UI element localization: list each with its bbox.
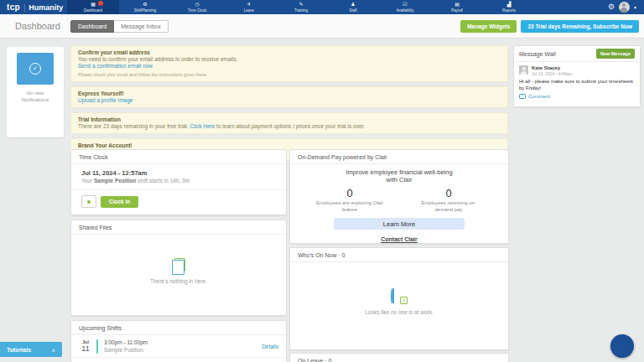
clock-status-toggle[interactable]	[81, 195, 96, 208]
upload-profile-image-link[interactable]: Upload a profile Image	[78, 97, 501, 104]
chevron-up-icon: ∧	[52, 347, 55, 353]
upcoming-shifts-title: Upcoming Shifts	[71, 321, 286, 335]
new-message-button[interactable]: New Message	[596, 49, 635, 59]
nav-item-shiftplanning[interactable]: ⚙ ShiftPlanning	[119, 0, 171, 14]
comment-bubble-icon	[519, 94, 526, 99]
message-wall-widget: Message Wall New Message Kate Stacey Jul…	[513, 45, 641, 107]
poster-avatar[interactable]	[519, 65, 528, 75]
payroll-icon: ▤	[454, 2, 460, 8]
upcoming-shifts-widget: Upcoming Shifts Jul 11 3:00pm - 11:00pm …	[70, 320, 287, 362]
nav-item-staff[interactable]: ♟ Staff	[327, 0, 379, 14]
user-menu-caret-icon[interactable]: ▾	[634, 4, 636, 10]
logo-divider: |	[23, 3, 25, 12]
user-avatar[interactable]	[619, 2, 630, 13]
notifications-empty-text: No new Notifications	[16, 90, 55, 103]
no-one-badge-icon: ✕	[400, 297, 408, 304]
help-chat-fab[interactable]	[610, 334, 634, 358]
time-clock-widget: Time Clock Jul 11, 2024 - 12:57am Your S…	[70, 149, 287, 215]
notifications-card: ✓ No new Notifications	[7, 47, 64, 137]
timeclock-icon: ◷	[195, 2, 199, 8]
tutorials-panel-toggle[interactable]: Tutorials ∧	[0, 342, 62, 357]
shared-files-empty-text: There's nothing in here.	[150, 278, 207, 284]
shiftplanning-icon: ⚙	[143, 2, 147, 8]
availability-icon: ☑	[402, 2, 407, 8]
notice-express-yourself: Express Yourself! Upload a profile Image	[70, 86, 508, 108]
notice-confirm-email: Confirm your email address You need to c…	[70, 45, 508, 82]
training-icon: ✎	[299, 2, 303, 8]
humanity-dashboard-page: tcp | Humanity ▦ Dashboard ⚙ ShiftPlanni…	[0, 0, 644, 362]
manage-widgets-button[interactable]: Manage Widgets	[460, 20, 517, 33]
leave-icon: ✈	[247, 2, 251, 8]
tab-dashboard[interactable]: Dashboard	[70, 20, 114, 33]
comment-link[interactable]: Comment	[519, 94, 635, 102]
current-datetime: Jul 11, 2024 - 12:57am	[81, 169, 276, 177]
tutorials-label: Tutorials	[7, 347, 31, 353]
shift-row: Jul 11 3:00pm - 11:00pm Sample Position …	[71, 335, 286, 358]
nav-item-training[interactable]: ✎ Training	[275, 0, 327, 14]
trial-click-here-link[interactable]: Click Here	[190, 123, 215, 129]
dashboard-icon: ▦	[91, 2, 96, 8]
settings-gear-icon[interactable]: ⚙	[608, 3, 615, 11]
post-author[interactable]: Kate Stacey	[532, 65, 572, 71]
nav-item-payroll[interactable]: ▤ Payroll	[431, 0, 483, 14]
dashboard-tabs: Dashboard Message Inbox	[70, 20, 169, 33]
reports-icon: ▟	[507, 2, 512, 8]
brand-logo[interactable]: tcp | Humanity	[0, 3, 67, 12]
main-nav: ▦ Dashboard ⚙ ShiftPlanning ◷ Time Clock…	[67, 0, 535, 14]
top-navbar: tcp | Humanity ▦ Dashboard ⚙ ShiftPlanni…	[0, 0, 644, 14]
whos-on-now-title: Who's On Now · 0	[290, 248, 508, 262]
notification-badge	[98, 1, 103, 6]
nav-item-dashboard[interactable]: ▦ Dashboard	[67, 0, 119, 14]
humanity-logo: Humanity	[29, 3, 63, 12]
nav-item-leave[interactable]: ✈ Leave	[223, 0, 275, 14]
post-timestamp: Jul 10, 2024 - 4:49am	[532, 71, 572, 76]
trial-subscribe-button[interactable]: 23 Trial days Remaining, Subscribe Now	[521, 20, 639, 33]
next-shift-info: Your Sample Position shift starts in 14h…	[81, 177, 276, 184]
documents-icon	[172, 258, 185, 273]
stat-exploring: 0 Employees are exploring Clair feature	[308, 187, 392, 213]
tcp-logo: tcp	[7, 3, 20, 12]
odp-stats: 0 Employees are exploring Clair feature …	[300, 187, 498, 213]
person-icon: ✕	[391, 289, 408, 303]
notice-list: Confirm your email address You need to c…	[70, 45, 508, 164]
page-title: Dashboard	[0, 21, 70, 31]
shared-files-widget: Shared Files There's nothing in here.	[70, 220, 287, 316]
whos-on-now-widget: Who's On Now · 0 ✕ Looks like no one is …	[289, 247, 509, 350]
shift-details-link[interactable]: Details	[262, 344, 278, 349]
page-header: Dashboard Dashboard Message Inbox Manage…	[0, 14, 644, 39]
on-demand-pay-title: On-Demand Pay powered by Clair	[290, 150, 508, 164]
on-demand-pay-widget: On-Demand Pay powered by Clair Improve e…	[289, 149, 509, 244]
nav-item-availability[interactable]: ☑ Availability	[379, 0, 431, 14]
time-clock-title: Time Clock	[71, 150, 286, 164]
nav-item-timeclock[interactable]: ◷ Time Clock	[171, 0, 223, 14]
on-leave-widget: On Leave · 0	[289, 353, 509, 362]
tab-message-inbox[interactable]: Message Inbox	[114, 20, 168, 33]
notice-trial-information: Trial Information There are 23 days rema…	[70, 112, 508, 134]
stat-receiving: 0 Employees receiving on-demand pay	[407, 187, 491, 213]
check-circle-icon: ✓	[29, 63, 41, 75]
message-wall-title: Message Wall	[519, 51, 556, 57]
clock-in-button[interactable]: Clock In	[101, 196, 138, 208]
notifications-status: ✓	[17, 53, 54, 85]
divider	[71, 189, 286, 190]
nav-item-reports[interactable]: ▟ Reports	[483, 0, 535, 14]
contact-clair-link[interactable]: Contact Clair	[381, 236, 418, 242]
shift-accent-bar	[96, 339, 98, 354]
nav-right-controls: ⚙ ▾	[608, 2, 644, 13]
status-dot-icon	[87, 200, 91, 204]
learn-more-button[interactable]: Learn More	[334, 218, 465, 230]
whos-on-empty-text: Looks like no one is at work.	[365, 309, 434, 315]
header-actions: Manage Widgets 23 Trial days Remaining, …	[460, 20, 644, 33]
shift-date: Jul 11	[79, 339, 92, 353]
odp-headline: Improve employee financial well-being wi…	[290, 168, 508, 184]
post-text: Hi all - please make sure to submit your…	[519, 79, 635, 91]
shared-files-title: Shared Files	[71, 220, 286, 235]
on-leave-title: On Leave · 0	[290, 354, 508, 362]
send-confirmation-email-link[interactable]: Send a confirmation email now	[78, 63, 501, 70]
staff-icon: ♟	[351, 2, 355, 8]
wall-post: Kate Stacey Jul 10, 2024 - 4:49am Hi all…	[514, 62, 640, 102]
shift-row: Jul 12 3:00pm - 11:00pm Sample Position	[71, 358, 286, 362]
